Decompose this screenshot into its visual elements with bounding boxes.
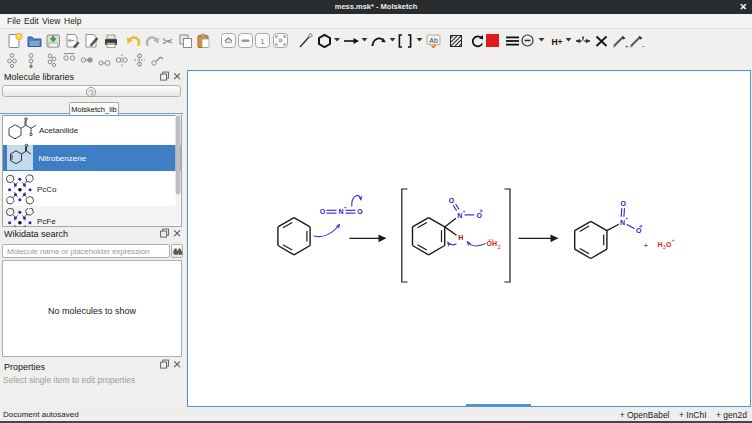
svg-text:1: 1 bbox=[260, 37, 265, 46]
svg-text:+: + bbox=[625, 43, 629, 49]
svg-text:Ab: Ab bbox=[429, 37, 438, 44]
svg-text:-: - bbox=[642, 42, 645, 49]
svg-text:H+: H+ bbox=[551, 37, 562, 47]
svg-text:✂: ✂ bbox=[163, 34, 174, 49]
